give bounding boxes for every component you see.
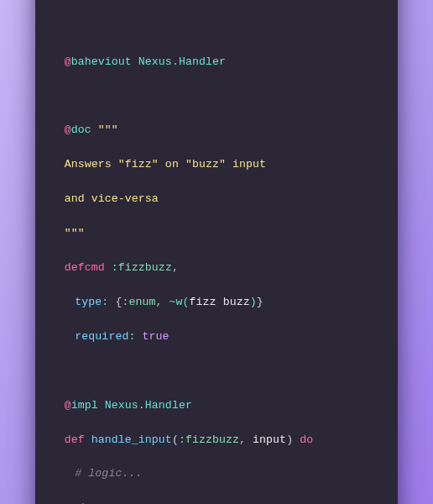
code-block: defmodule MyCLI do use Nexus @baheviout … — [35, 0, 398, 504]
keyword-def: def — [65, 433, 85, 446]
attr-doc: doc — [71, 123, 91, 136]
code-line: # logic... — [54, 465, 379, 482]
code-blank-line — [54, 19, 379, 36]
atom: :fizzbuzz — [179, 433, 239, 446]
comment: # logic... — [75, 467, 142, 480]
code-line: defcmd :fizzbuzz, — [54, 260, 379, 276]
atom: :fizzbuzz — [112, 261, 172, 274]
doc-text: and vice-versa — [65, 192, 159, 205]
sigil-open: ~w( — [170, 296, 190, 308]
paren-close: ) — [286, 433, 293, 446]
code-line: use Nexus — [54, 0, 379, 2]
code-window: defmodule MyCLI do use Nexus @baheviout … — [35, 0, 398, 504]
module-ref: Nexus.Handler — [105, 399, 192, 412]
keyword-defcmd: defcmd — [65, 261, 105, 274]
keyword-do: do — [300, 433, 313, 446]
code-line: @impl Nexus.Handler — [54, 397, 379, 414]
paren-open: ( — [172, 433, 179, 446]
module-ref: Nexus.Handler — [138, 55, 226, 68]
kw-key: required: — [75, 330, 135, 343]
code-line: type: {:enum, ~w(fizz buzz)} — [54, 294, 379, 311]
attr-name: baheviout — [71, 55, 132, 68]
code-blank-line — [54, 363, 379, 380]
heredoc-close: """ — [65, 227, 85, 239]
heredoc-open: """ — [98, 123, 118, 136]
code-line: required: true — [54, 328, 379, 345]
boolean-true: true — [142, 330, 169, 343]
atom: :enum — [122, 296, 155, 308]
code-line: def handle_input(:fizzbuzz, input) do — [54, 432, 379, 449]
kw-key: type: — [75, 296, 108, 308]
comma: , — [156, 296, 163, 308]
attr-impl: impl — [71, 399, 98, 412]
code-line: """ — [54, 225, 379, 242]
code-line: and vice-versa — [54, 191, 379, 207]
at-sign: @ — [65, 55, 71, 68]
code-line: end — [54, 500, 379, 504]
sigil-words: fizz buzz — [190, 296, 250, 308]
doc-text: Answers "fizz" on "buzz" input — [65, 158, 266, 171]
brace-close: } — [257, 296, 263, 308]
comma: , — [239, 433, 246, 446]
at-sign: @ — [65, 399, 71, 412]
code-line: @doc """ — [54, 122, 379, 139]
code-line: @baheviout Nexus.Handler — [54, 54, 379, 71]
comma: , — [172, 261, 179, 274]
sigil-close: ) — [250, 296, 257, 308]
code-line: Answers "fizz" on "buzz" input — [54, 156, 379, 173]
param-name: input — [253, 433, 286, 446]
function-name: handle_input — [91, 433, 172, 446]
at-sign: @ — [65, 123, 71, 136]
code-blank-line — [54, 87, 379, 104]
